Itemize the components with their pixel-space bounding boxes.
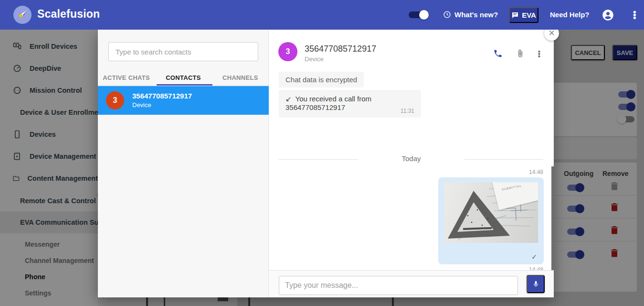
contacts-tabs: ACTIVE CHATS CONTACTS CHANNELS	[98, 71, 269, 86]
search-contacts-input[interactable]	[108, 42, 258, 61]
contacts-pane: ACTIVE CHATS CONTACTS CHANNELS 3 3564770…	[98, 30, 269, 297]
voice-message-button[interactable]	[527, 275, 545, 293]
image-message[interactable]: SUBMITTAL ✓	[438, 177, 544, 264]
chat-scrollbar[interactable]	[551, 166, 554, 270]
chat-pane: 3 356477085712917 Device ••• Chat data i…	[269, 30, 554, 297]
tab-active-chats[interactable]: ACTIVE CHATS	[98, 71, 155, 85]
contact-list-item[interactable]: 3 356477085712917 Device	[98, 86, 269, 115]
message-time: 14:48	[529, 169, 543, 175]
message-time: 14:48	[529, 266, 543, 270]
need-help-link[interactable]: Need Help?	[550, 11, 590, 19]
scalefusion-logo[interactable]	[13, 6, 32, 24]
call-icon[interactable]	[493, 49, 503, 58]
account-avatar-icon[interactable]	[602, 9, 614, 22]
eva-button[interactable]: EVA	[509, 7, 538, 23]
tab-channels[interactable]: CHANNELS	[212, 71, 269, 85]
message-input-bar	[269, 270, 554, 297]
contact-name: 356477085712917 Device	[132, 91, 192, 109]
clock-icon	[443, 11, 451, 19]
message-input[interactable]	[279, 276, 518, 295]
tab-contacts[interactable]: CONTACTS	[155, 71, 211, 85]
chat-icon	[511, 11, 519, 19]
incoming-call-arrow-icon: ↙	[285, 95, 292, 103]
chat-header: 3 356477085712917 Device •••	[269, 30, 554, 69]
tab-indicator	[157, 84, 212, 86]
messenger-dialog: ACTIVE CHATS CONTACTS CHANNELS 3 3564770…	[98, 30, 554, 297]
call-log-message: ↙You received a call from 35647708571291…	[279, 90, 421, 118]
message-time: 11:31	[401, 108, 414, 114]
chat-title: 356477085712917	[305, 44, 376, 54]
app-header: Scalefusion What's new? EVA Need Help? •…	[0, 0, 644, 30]
date-divider: Today	[269, 154, 554, 164]
chat-menu-icon[interactable]: •••	[538, 50, 540, 57]
sent-check-icon: ✓	[531, 253, 537, 261]
chat-avatar: 3	[278, 42, 297, 61]
chat-subtitle: Device	[305, 55, 324, 63]
contact-avatar: 3	[106, 91, 124, 109]
paper-plane-icon	[17, 9, 28, 21]
attachment-icon[interactable]	[516, 49, 525, 58]
chat-messages: Chat data is encrypted ↙You received a c…	[269, 69, 554, 270]
header-toggle[interactable]	[409, 11, 426, 18]
contact-type: Device	[132, 100, 192, 109]
microphone-icon	[532, 280, 539, 288]
brand-name: Scalefusion	[37, 8, 100, 21]
blueprint-photo: SUBMITTAL	[444, 182, 538, 243]
whats-new-link[interactable]: What's new?	[443, 11, 498, 19]
encryption-notice: Chat data is encrypted	[279, 72, 364, 87]
header-menu-icon[interactable]: •••	[633, 11, 636, 19]
